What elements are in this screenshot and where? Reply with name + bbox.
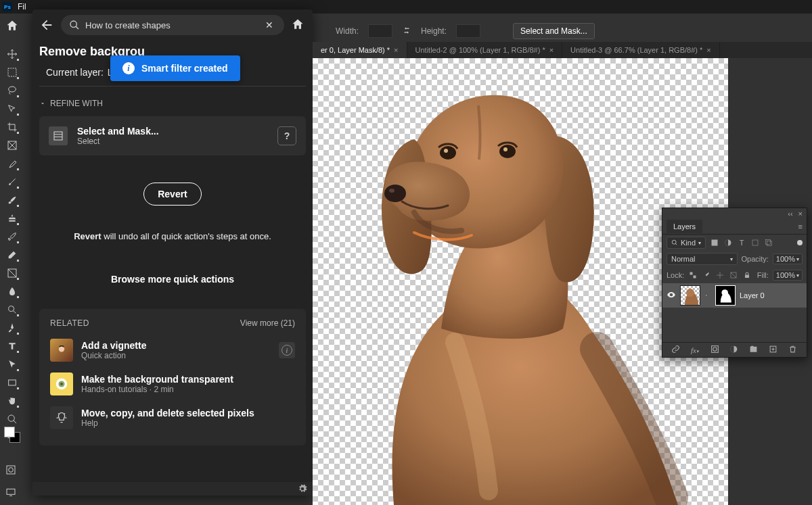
svg-point-23 <box>440 146 456 160</box>
svg-point-15 <box>70 21 76 27</box>
gear-icon[interactable] <box>298 484 307 494</box>
hand-tool-icon[interactable] <box>4 393 20 409</box>
filter-shape-icon[interactable] <box>750 238 760 247</box>
fill-field[interactable]: 100%▾ <box>773 270 803 281</box>
new-layer-icon[interactable] <box>769 345 778 355</box>
frame-tool-icon[interactable] <box>4 137 20 153</box>
opacity-field[interactable]: 100%▾ <box>773 254 803 264</box>
group-icon[interactable] <box>749 345 759 355</box>
select-and-mask-card[interactable]: Select and Mask... Select ? <box>39 116 306 155</box>
lock-pixels-icon[interactable] <box>702 270 711 280</box>
document-tab-1[interactable]: er 0, Layer Mask/8) * × <box>313 42 407 58</box>
eraser-tool-icon[interactable] <box>4 247 20 263</box>
info-badge-icon[interactable]: i <box>279 342 295 358</box>
back-icon[interactable] <box>39 18 54 32</box>
panel-footer <box>32 482 313 496</box>
blur-tool-icon[interactable] <box>4 283 20 299</box>
options-bar: Width: Height: Select and Mask... <box>313 19 595 43</box>
opacity-label: Opacity: <box>742 255 769 263</box>
add-mask-icon[interactable] <box>710 345 720 355</box>
layer-row[interactable]: ⬞ Layer 0 <box>662 283 807 308</box>
layers-tab[interactable]: Layers <box>667 220 702 233</box>
collapse-icon[interactable]: ‹‹ <box>788 210 792 218</box>
filter-adjustment-icon[interactable] <box>723 238 733 247</box>
move-tool-icon[interactable] <box>4 46 20 62</box>
close-icon[interactable]: × <box>394 46 398 54</box>
blend-mode-select[interactable]: Normal ▾ <box>667 253 738 265</box>
filter-pixel-icon[interactable] <box>710 238 719 247</box>
clear-search-icon[interactable]: ✕ <box>265 20 276 30</box>
crop-tool-icon[interactable] <box>4 119 20 135</box>
search-input[interactable] <box>85 20 260 30</box>
close-icon[interactable]: × <box>798 210 803 218</box>
eyedropper-tool-icon[interactable] <box>4 155 20 172</box>
screen-mode-icon[interactable] <box>3 484 19 500</box>
quick-mask-icon[interactable] <box>3 462 19 478</box>
layer-thumb[interactable] <box>680 285 700 306</box>
home-icon[interactable] <box>4 18 20 34</box>
related-item-vignette[interactable]: Add a vignette Quick action i <box>50 339 295 362</box>
swap-dimensions-icon[interactable] <box>402 26 411 37</box>
history-brush-tool-icon[interactable] <box>4 229 20 245</box>
height-field[interactable] <box>456 24 480 38</box>
search-bar[interactable]: ✕ <box>61 15 284 35</box>
clone-stamp-tool-icon[interactable] <box>4 210 20 226</box>
refine-with-header[interactable]: REFINE WITH <box>39 87 306 116</box>
link-layers-icon[interactable] <box>671 345 681 355</box>
filter-kind-select[interactable]: Kind ▾ <box>667 237 706 249</box>
lock-all-icon[interactable] <box>742 270 752 280</box>
revert-button[interactable]: Revert <box>143 183 202 206</box>
layer-mask-thumb[interactable] <box>715 285 736 306</box>
brush-tool-icon[interactable] <box>4 192 20 208</box>
related-item-move-copy[interactable]: Move, copy, and delete selected pixels H… <box>50 406 295 429</box>
quick-select-tool-icon[interactable] <box>4 101 20 117</box>
layer-style-icon[interactable]: fx▾ <box>691 346 700 354</box>
document-tab-3[interactable]: Untitled-3 @ 66.7% (Layer 1, RGB/8#) * × <box>562 42 720 58</box>
path-select-tool-icon[interactable] <box>4 356 20 372</box>
vignette-thumb-icon <box>50 339 73 362</box>
select-and-mask-button[interactable]: Select and Mask... <box>513 23 595 39</box>
close-icon[interactable]: × <box>549 46 554 54</box>
filter-type-icon[interactable]: T <box>737 238 746 247</box>
width-field[interactable] <box>368 24 392 38</box>
current-layer-label: Current layer: <box>46 67 104 78</box>
lasso-tool-icon[interactable] <box>4 82 20 99</box>
view-more-link[interactable]: View more (21) <box>240 318 295 328</box>
color-swatches[interactable] <box>4 427 20 443</box>
type-tool-icon[interactable] <box>4 338 20 354</box>
pen-tool-icon[interactable] <box>4 320 20 336</box>
panel-menu-icon[interactable]: ≡ <box>798 222 803 231</box>
svg-rect-30 <box>752 240 758 245</box>
lock-transparency-icon[interactable] <box>688 270 698 280</box>
menu-file[interactable]: Fil <box>18 2 26 11</box>
zoom-tool-icon[interactable] <box>4 411 20 427</box>
healing-brush-tool-icon[interactable] <box>4 174 20 190</box>
document-tab-2[interactable]: Untitled-2 @ 100% (Layer 1, RGB/8#) * × <box>407 42 563 58</box>
close-icon[interactable]: × <box>706 46 710 54</box>
visibility-eye-icon[interactable] <box>667 290 676 301</box>
delete-layer-icon[interactable] <box>788 345 798 355</box>
related-sub: Hands-on tutorials · 2 min <box>81 385 295 394</box>
info-icon: i <box>122 62 135 74</box>
select-icon <box>49 126 68 145</box>
mask-link-icon[interactable]: ⬞ <box>704 292 711 299</box>
svg-point-1 <box>9 87 16 92</box>
browse-more-link[interactable]: Browse more quick actions <box>39 258 306 305</box>
svg-point-38 <box>721 289 728 296</box>
lock-artboard-icon[interactable] <box>729 270 738 280</box>
marquee-tool-icon[interactable] <box>4 64 20 80</box>
filter-smart-icon[interactable] <box>764 238 773 247</box>
lock-position-icon[interactable] <box>715 270 725 280</box>
gradient-tool-icon[interactable] <box>4 265 20 281</box>
related-item-transparent-bg[interactable]: Make the background transparent Hands-on… <box>50 372 295 395</box>
help-icon[interactable]: ? <box>277 126 296 145</box>
svg-rect-39 <box>711 346 718 353</box>
layer-name[interactable]: Layer 0 <box>740 291 765 299</box>
foreground-color-swatch[interactable] <box>4 427 15 437</box>
svg-point-24 <box>444 149 448 153</box>
filter-toggle-icon[interactable] <box>797 240 803 245</box>
adjustment-layer-icon[interactable] <box>729 345 739 355</box>
rectangle-tool-icon[interactable] <box>4 375 20 391</box>
dodge-tool-icon[interactable] <box>4 302 20 318</box>
panel-home-icon[interactable] <box>291 18 306 32</box>
